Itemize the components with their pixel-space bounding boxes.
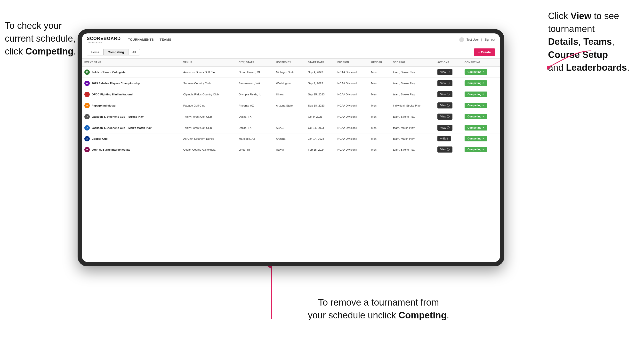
col-venue: VENUE bbox=[181, 59, 236, 66]
create-button[interactable]: + Create bbox=[474, 48, 495, 56]
competing-button[interactable]: Competing ✓ bbox=[464, 136, 487, 141]
ann-bot-l1: To remove a tournament from bbox=[318, 297, 439, 308]
logo-main: SCOREBOARD bbox=[87, 36, 121, 41]
cell-hosted-by: Hawaii bbox=[274, 144, 306, 155]
table-row: J Jackson T. Stephens Cup – Stroke Play … bbox=[82, 111, 500, 122]
tablet-screen: SCOREBOARD Powered by clippi TOURNAMENTS… bbox=[82, 33, 500, 262]
cell-competing: Competing ✓ bbox=[462, 122, 500, 133]
cell-event-name: W 2023 Sahalee Players Championship bbox=[82, 78, 181, 89]
cell-event-name: P Papago Individual bbox=[82, 100, 181, 111]
cell-division: NCAA Division I bbox=[335, 122, 369, 133]
col-scoring: SCORING bbox=[390, 59, 435, 66]
cell-venue: Ocean Course At Hokuala bbox=[181, 144, 236, 155]
ann-tr-b2: Details bbox=[548, 36, 578, 47]
cell-start-date: Feb 15, 2024 bbox=[306, 144, 335, 155]
tablet-frame: SCOREBOARD Powered by clippi TOURNAMENTS… bbox=[78, 29, 504, 266]
cell-venue: Ak-Chin Southern Dunes bbox=[181, 133, 236, 144]
ann-tr-l1: Click bbox=[548, 11, 570, 21]
cell-start-date: Oct 11, 2023 bbox=[306, 122, 335, 133]
table-row: H John A. Burns Intercollegiate Ocean Co… bbox=[82, 144, 500, 155]
cell-start-date: Sep 4, 2023 bbox=[306, 66, 335, 78]
competing-button[interactable]: Competing ✓ bbox=[464, 147, 487, 152]
cell-actions: View ⓘ bbox=[435, 144, 462, 155]
cell-city-state: Lihue, HI bbox=[236, 144, 274, 155]
event-name-text: Papago Individual bbox=[92, 104, 116, 107]
competing-button[interactable]: Competing ✓ bbox=[464, 125, 487, 131]
cell-actions: ✏ Edit bbox=[435, 133, 462, 144]
table-row: A Copper Cup Ak-Chin Southern Dunes Mari… bbox=[82, 133, 500, 144]
arrow-right-top bbox=[547, 48, 596, 73]
ann-tr-b1: View bbox=[570, 11, 592, 21]
edit-button[interactable]: ✏ Edit bbox=[438, 136, 451, 141]
cell-event-name: J Jackson T. Stephens Cup – Men's Match … bbox=[82, 122, 181, 133]
competing-button[interactable]: Competing ✓ bbox=[464, 114, 487, 119]
annotation-tl-l3: click bbox=[5, 46, 25, 56]
col-event-name: EVENT NAME bbox=[82, 59, 181, 66]
ann-tr-l2: to see bbox=[592, 11, 619, 21]
col-competing: COMPETING bbox=[462, 59, 500, 66]
cell-gender: Men bbox=[369, 100, 390, 111]
ann-tr-l3: tournament bbox=[548, 24, 594, 34]
cell-start-date: Sep 9, 2023 bbox=[306, 78, 335, 89]
table-row: I OFCC Fighting Illini Invitational Olym… bbox=[82, 89, 500, 100]
logo-sub: Powered by clippi bbox=[87, 41, 121, 43]
nav-tournaments[interactable]: TOURNAMENTS bbox=[128, 38, 154, 41]
event-name-text: Jackson T. Stephens Cup – Stroke Play bbox=[92, 115, 144, 118]
team-logo: M bbox=[84, 69, 90, 75]
cell-competing: Competing ✓ bbox=[462, 89, 500, 100]
view-button[interactable]: View ⓘ bbox=[438, 102, 452, 109]
cell-event-name: I OFCC Fighting Illini Invitational bbox=[82, 89, 181, 100]
cell-actions: View ⓘ bbox=[435, 122, 462, 133]
cell-actions: View ⓘ bbox=[435, 89, 462, 100]
cell-city-state: Maricopa, AZ bbox=[236, 133, 274, 144]
view-button[interactable]: View ⓘ bbox=[438, 69, 452, 75]
cell-actions: View ⓘ bbox=[435, 78, 462, 89]
user-name: Test User bbox=[466, 38, 479, 41]
competing-button[interactable]: Competing ✓ bbox=[464, 103, 487, 108]
competing-button[interactable]: Competing ✓ bbox=[464, 80, 487, 86]
view-button[interactable]: View ⓘ bbox=[438, 91, 452, 97]
competing-button[interactable]: Competing ✓ bbox=[464, 69, 487, 75]
table-body: M Folds of Honor Collegiate American Dun… bbox=[82, 66, 500, 155]
cell-gender: Men bbox=[369, 133, 390, 144]
sign-out-link[interactable]: Sign out bbox=[484, 38, 495, 41]
cell-start-date: Sep 18, 2023 bbox=[306, 100, 335, 111]
ann-bot-l2: your schedule unclick bbox=[308, 310, 398, 320]
cell-city-state: Phoenix, AZ bbox=[236, 100, 274, 111]
event-name-text: OFCC Fighting Illini Invitational bbox=[92, 93, 133, 96]
view-button[interactable]: View ⓘ bbox=[438, 125, 452, 131]
team-logo: J bbox=[84, 114, 90, 119]
cell-gender: Men bbox=[369, 122, 390, 133]
col-division: DIVISION bbox=[335, 59, 369, 66]
cell-venue: American Dunes Golf Club bbox=[181, 66, 236, 78]
view-button[interactable]: View ⓘ bbox=[438, 80, 452, 86]
cell-city-state: Grand Haven, MI bbox=[236, 66, 274, 78]
user-icon bbox=[459, 37, 464, 42]
cell-hosted-by: Washington bbox=[274, 78, 306, 89]
cell-city-state: Olympia Fields, IL bbox=[236, 89, 274, 100]
cell-hosted-by: Michigan State bbox=[274, 66, 306, 78]
annotation-tl-l2: current schedule, bbox=[5, 33, 76, 44]
team-logo: W bbox=[84, 81, 90, 86]
view-button[interactable]: View ⓘ bbox=[438, 114, 452, 120]
team-logo: P bbox=[84, 103, 90, 108]
event-name-text: Copper Cup bbox=[92, 137, 108, 140]
cell-scoring: team, Stroke Play bbox=[390, 144, 435, 155]
cell-hosted-by bbox=[274, 111, 306, 122]
cell-scoring: team, Stroke Play bbox=[390, 111, 435, 122]
team-logo: J bbox=[84, 125, 90, 131]
annotation-top-left: To check your current schedule, click Co… bbox=[5, 19, 76, 58]
cell-event-name: J Jackson T. Stephens Cup – Stroke Play bbox=[82, 111, 181, 122]
cell-scoring: individual, Stroke Play bbox=[390, 100, 435, 111]
cell-venue: Sahalee Country Club bbox=[181, 78, 236, 89]
nav-teams[interactable]: TEAMS bbox=[160, 38, 171, 41]
view-button[interactable]: View ⓘ bbox=[438, 147, 452, 153]
cell-actions: View ⓘ bbox=[435, 100, 462, 111]
competing-button[interactable]: Competing ✓ bbox=[464, 92, 487, 97]
tab-all[interactable]: All bbox=[128, 49, 140, 55]
cell-division: NCAA Division I bbox=[335, 89, 369, 100]
tab-home[interactable]: Home bbox=[87, 49, 104, 55]
tab-competing[interactable]: Competing bbox=[104, 49, 128, 55]
cell-hosted-by: ABAC bbox=[274, 122, 306, 133]
arrow-bottom bbox=[264, 261, 279, 322]
